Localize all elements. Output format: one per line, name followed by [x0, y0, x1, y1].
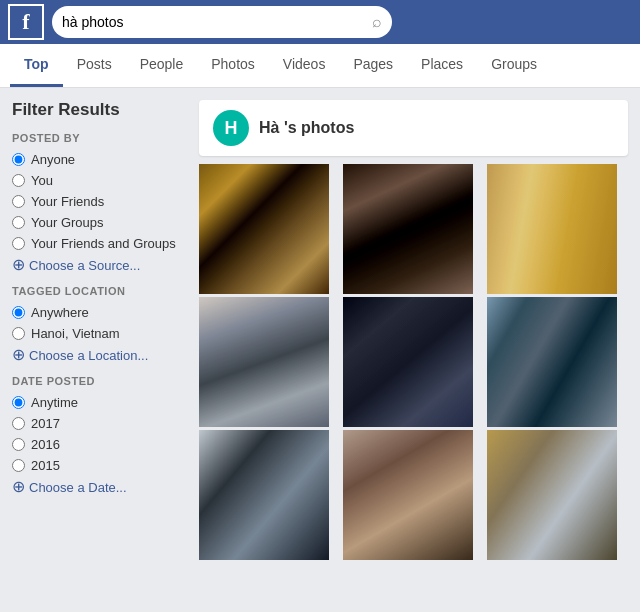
photo-7[interactable]: [199, 430, 329, 560]
posted-by-you[interactable]: You: [12, 173, 187, 188]
filter-title: Filter Results: [12, 100, 187, 120]
posted-by-anyone[interactable]: Anyone: [12, 152, 187, 167]
plus-icon-date: ⊕: [12, 479, 25, 495]
tab-groups[interactable]: Groups: [477, 44, 551, 87]
main-layout: Filter Results POSTED BY Anyone You Your…: [0, 88, 640, 572]
tab-pages[interactable]: Pages: [339, 44, 407, 87]
content-area: H Hà 's photos: [199, 100, 628, 560]
posted-by-friends-groups[interactable]: Your Friends and Groups: [12, 236, 187, 251]
photo-3[interactable]: [487, 164, 617, 294]
date-posted-label: DATE POSTED: [12, 375, 187, 387]
photo-8[interactable]: [343, 430, 473, 560]
result-title: Hà 's photos: [259, 119, 354, 137]
nav-tabs: Top Posts People Photos Videos Pages Pla…: [0, 44, 640, 88]
posted-by-friends[interactable]: Your Friends: [12, 194, 187, 209]
posted-by-groups[interactable]: Your Groups: [12, 215, 187, 230]
date-anytime[interactable]: Anytime: [12, 395, 187, 410]
choose-source-link[interactable]: ⊕ Choose a Source...: [12, 257, 187, 273]
photo-grid: [199, 164, 628, 560]
filter-sidebar: Filter Results POSTED BY Anyone You Your…: [12, 100, 187, 560]
photo-4[interactable]: [199, 297, 329, 427]
location-hanoi[interactable]: Hanoi, Vietnam: [12, 326, 187, 341]
tab-people[interactable]: People: [126, 44, 198, 87]
plus-icon: ⊕: [12, 257, 25, 273]
choose-date-link[interactable]: ⊕ Choose a Date...: [12, 479, 187, 495]
search-input[interactable]: [62, 14, 366, 30]
result-header: H Hà 's photos: [199, 100, 628, 156]
tab-posts[interactable]: Posts: [63, 44, 126, 87]
tab-photos[interactable]: Photos: [197, 44, 269, 87]
posted-by-label: POSTED BY: [12, 132, 187, 144]
photo-9[interactable]: [487, 430, 617, 560]
search-icon[interactable]: ⌕: [372, 13, 382, 31]
photo-2[interactable]: [343, 164, 473, 294]
date-2016[interactable]: 2016: [12, 437, 187, 452]
photo-5[interactable]: [343, 297, 473, 427]
location-anywhere[interactable]: Anywhere: [12, 305, 187, 320]
plus-icon-location: ⊕: [12, 347, 25, 363]
tagged-location-label: TAGGED LOCATION: [12, 285, 187, 297]
tab-top[interactable]: Top: [10, 44, 63, 87]
photo-1[interactable]: [199, 164, 329, 294]
topbar: f ⌕: [0, 0, 640, 44]
photo-6[interactable]: [487, 297, 617, 427]
tab-videos[interactable]: Videos: [269, 44, 340, 87]
date-2017[interactable]: 2017: [12, 416, 187, 431]
profile-icon: H: [213, 110, 249, 146]
facebook-logo: f: [8, 4, 44, 40]
search-bar[interactable]: ⌕: [52, 6, 392, 38]
choose-location-link[interactable]: ⊕ Choose a Location...: [12, 347, 187, 363]
tab-places[interactable]: Places: [407, 44, 477, 87]
date-2015[interactable]: 2015: [12, 458, 187, 473]
